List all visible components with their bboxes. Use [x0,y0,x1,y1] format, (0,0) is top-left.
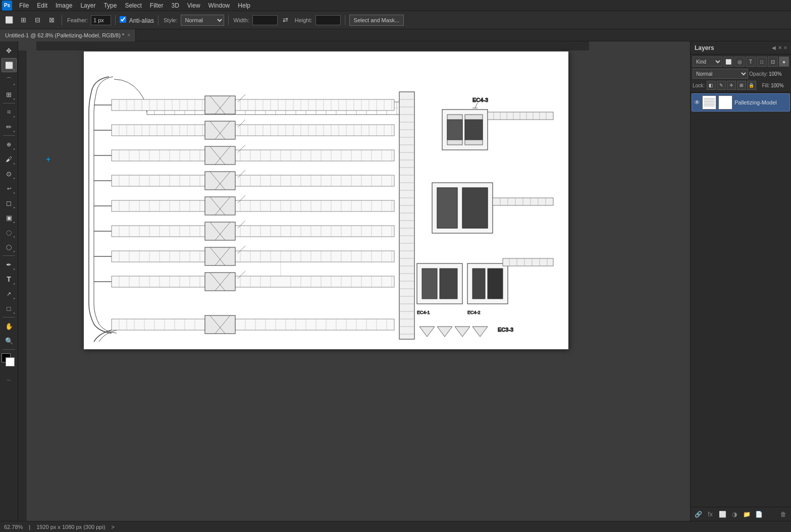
add-mask-btn[interactable]: ⬜ [717,509,728,520]
new-layer-btn[interactable]: 📄 [753,509,764,520]
subtract-selection-btn[interactable]: ⊟ [31,14,43,26]
link-layers-btn[interactable]: 🔗 [693,509,704,520]
svg-rect-425 [205,315,235,334]
doc-tab[interactable]: Untitled-1 @ 62.8% (Palletizing-Model, R… [0,29,136,41]
intersect-selection-btn[interactable]: ⊠ [45,14,58,26]
layers-panel: Layers ◀ ✕ ≡ Kind ⬜ ◎ T □ ⊡ ● [690,41,791,521]
filter-shape-btn[interactable]: □ [757,57,767,67]
menu-layer[interactable]: Layer [76,1,99,10]
add-style-btn[interactable]: fx [705,509,716,520]
type-tool[interactable]: T [2,272,17,286]
doc-tab-title: Untitled-1 @ 62.8% (Palletizing-Model, R… [5,32,124,38]
canvas-area[interactable]: /* ruler ticks */ [18,41,690,521]
anti-alias-checkbox[interactable] [120,16,126,23]
svg-rect-32 [112,150,394,161]
path-select-tool[interactable]: ↗ [2,287,17,301]
layer-name: Palletizing-Model [734,99,787,105]
canvas-document: EC4-3 [84,51,568,349]
menu-type[interactable]: Type [99,1,121,10]
toolbar-sep-2 [115,15,116,25]
layer-visibility-eye[interactable]: 👁 [694,99,700,106]
svg-rect-289 [205,172,235,190]
gradient-tool[interactable]: ▣ [2,210,17,225]
rectangle-select-tool[interactable]: ⬜ [2,58,17,72]
left-tool-sep-2 [3,135,15,136]
filter-toggle-btn[interactable]: ● [779,57,789,67]
lock-artboard-btn[interactable]: ⊞ [737,81,746,90]
layer-item[interactable]: 👁 Palletizing-Model [692,93,790,112]
lock-position-btn[interactable]: ✛ [727,81,736,90]
menu-edit[interactable]: Edit [33,1,51,10]
brush-tool[interactable]: 🖌 [2,152,17,166]
menu-filter[interactable]: Filter [146,1,168,10]
menu-bar: Ps File Edit Image Layer Type Select Fil… [0,0,791,11]
width-input[interactable] [252,15,278,25]
layers-kind-select[interactable]: Kind [693,57,722,67]
object-select-tool[interactable]: ⊞ [2,87,17,101]
background-color[interactable] [6,357,15,366]
toolbar-sep-3 [158,15,159,25]
svg-rect-292 [205,197,235,215]
blend-mode-select[interactable]: Normal Multiply Screen [693,69,748,79]
filter-type-btn[interactable]: T [746,57,756,67]
dodge-tool[interactable]: ◯ [2,240,17,254]
crop-tool[interactable]: ⌗ [2,105,17,119]
panel-menu-btn[interactable]: ≡ [784,45,787,50]
select-mask-btn[interactable]: Select and Mask... [349,15,404,26]
filter-smart-btn[interactable]: ⊡ [768,57,778,67]
left-toolbar: ✥ ⬜ ⌒ ⊞ ⌗ ✏ ⊕ 🖌 ⊙ [0,41,18,521]
menu-view[interactable]: View [183,1,204,10]
panel-collapse-btn[interactable]: ◀ [772,45,776,50]
zoom-level: 62.78% [4,524,23,530]
svg-rect-30 [112,99,394,111]
blur-tool[interactable]: ◌ [2,225,17,239]
left-tool-sep-5 [3,349,15,350]
zoom-tool[interactable]: 🔍 [2,334,17,348]
hand-tool[interactable]: ✋ [2,319,17,333]
menu-file[interactable]: File [15,1,33,10]
new-selection-btn[interactable]: ⬜ [3,14,15,26]
move-tool[interactable]: ✥ [2,43,17,58]
new-group-btn[interactable]: 📁 [741,509,752,520]
clone-stamp-tool[interactable]: ⊙ [2,167,17,181]
menu-image[interactable]: Image [51,1,76,10]
doc-tab-close[interactable]: × [127,32,130,38]
status-arrow[interactable]: > [112,524,115,530]
menu-window[interactable]: Window [204,1,234,10]
toolbar-sep-5 [345,15,345,25]
lock-label: Lock: [693,83,705,88]
history-brush-tool[interactable]: ↩ [2,181,17,195]
svg-rect-367 [462,188,488,228]
extra-tools[interactable]: ··· [2,373,17,387]
delete-layer-btn[interactable]: 🗑 [778,509,789,520]
swap-dimensions-btn[interactable]: ⇄ [280,14,292,26]
lasso-tool[interactable]: ⌒ [2,73,17,87]
style-select[interactable]: Normal Fixed Ratio Fixed Size [181,15,224,26]
svg-rect-351 [447,120,462,140]
healing-tool[interactable]: ⊕ [2,137,17,151]
feather-input[interactable] [91,15,111,25]
panel-close-btn[interactable]: ✕ [778,45,782,50]
lock-paint-btn[interactable]: ✎ [717,81,726,90]
add-selection-btn[interactable]: ⊞ [17,14,29,26]
svg-rect-377 [422,269,437,299]
status-separator-1: | [29,524,30,530]
lock-transparent-btn[interactable]: ◧ [707,81,716,90]
menu-3d[interactable]: 3D [167,1,183,10]
cursor-indicator: + [46,155,50,164]
filter-pixel-btn[interactable]: ⬜ [723,57,733,67]
height-input[interactable] [315,15,341,25]
svg-rect-382 [488,269,503,299]
menu-help[interactable]: Help [234,1,254,10]
toolbar-sep-4 [228,15,229,25]
eyedropper-tool[interactable]: ✏ [2,120,17,134]
svg-text:EC3-3: EC3-3 [498,327,513,333]
shape-tool[interactable]: □ [2,301,17,315]
menu-select[interactable]: Select [121,1,145,10]
lock-all-btn[interactable]: 🔒 [747,81,756,90]
filter-adjust-btn[interactable]: ◎ [734,57,745,67]
eraser-tool[interactable]: ◻ [2,196,17,210]
layers-list[interactable]: 👁 Palletizing-Model [691,92,791,507]
new-fill-adj-btn[interactable]: ◑ [729,509,740,520]
pen-tool[interactable]: ✒ [2,257,17,272]
